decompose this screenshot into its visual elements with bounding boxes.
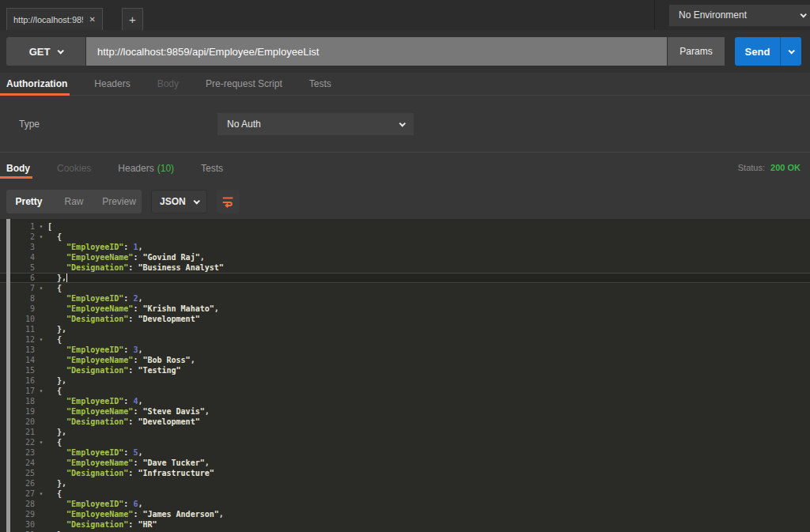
code-line: 15 "Designation": "Testing" xyxy=(0,365,810,375)
auth-type-value: No Auth xyxy=(227,119,261,130)
response-tab-headers-label: Headers xyxy=(118,163,153,174)
response-tab-headers[interactable]: Headers (10) xyxy=(104,153,187,183)
code-text: "EmployeeID": 4, xyxy=(47,396,810,406)
request-tab[interactable]: http://localhost:9859/ ✕ xyxy=(6,8,103,30)
fold-toggle-icon[interactable]: ▾ xyxy=(35,334,47,345)
code-line: 21 }, xyxy=(0,427,810,437)
response-tab-tests[interactable]: Tests xyxy=(187,153,237,183)
environment-select[interactable]: No Environment xyxy=(669,5,810,26)
code-text: "Designation": "Development" xyxy=(47,314,810,324)
editor-scrollbar[interactable] xyxy=(6,219,10,532)
fold-toggle-icon[interactable]: ▾ xyxy=(35,489,47,499)
line-number: 7 xyxy=(0,283,35,293)
line-number: 14 xyxy=(0,355,35,365)
line-number: 25 xyxy=(0,468,35,478)
response-status: Status: 200 OK xyxy=(738,163,801,172)
fold-spacer xyxy=(35,355,47,365)
code-text: "EmployeeID": 5, xyxy=(47,447,810,458)
code-line: 17▾ { xyxy=(0,386,810,396)
language-select[interactable]: JSON xyxy=(151,190,207,213)
fold-spacer xyxy=(35,468,47,478)
code-text: "EmployeeName": "Dave Tucker", xyxy=(47,458,810,468)
code-line: 1▾[ xyxy=(0,221,810,232)
fold-spacer xyxy=(35,242,47,252)
line-number: 30 xyxy=(0,519,35,530)
code-text: "EmployeeName": "Govind Raj", xyxy=(47,252,810,262)
code-line: 5 "Designation": "Business Analyst" xyxy=(0,262,810,273)
view-mode-switch: Pretty Raw Preview xyxy=(6,190,142,213)
fold-spacer xyxy=(35,417,47,427)
auth-type-select[interactable]: No Auth xyxy=(218,113,414,135)
response-tab-body[interactable]: Body xyxy=(0,153,44,183)
fold-spacer xyxy=(35,314,47,324)
code-text: "Designation": "Business Analyst" xyxy=(47,262,810,273)
close-tab-icon[interactable]: ✕ xyxy=(89,15,96,24)
code-line: 26 }, xyxy=(0,478,810,489)
environment-value: No Environment xyxy=(679,9,747,21)
fold-toggle-icon[interactable]: ▾ xyxy=(35,437,47,447)
fold-toggle-icon[interactable]: ▾ xyxy=(35,232,47,242)
code-text: "Designation": "HR" xyxy=(47,519,810,530)
language-value: JSON xyxy=(160,196,186,207)
chevron-down-icon xyxy=(399,120,405,126)
line-number: 27 xyxy=(0,489,35,499)
fold-spacer xyxy=(35,262,47,273)
code-text: "EmployeeName": "Bob Ross", xyxy=(47,355,810,365)
send-button[interactable]: Send xyxy=(735,37,780,66)
send-options-button[interactable] xyxy=(780,37,801,66)
code-text: "Designation": "Development" xyxy=(47,417,810,427)
code-text: "Designation": "Testing" xyxy=(47,365,810,375)
line-number: 29 xyxy=(0,509,35,519)
fold-spacer xyxy=(35,375,47,386)
code-text: "EmployeeName": "Krishn Mahato", xyxy=(47,304,810,314)
url-input[interactable]: http://localhost:9859/api/Employee/Emplo… xyxy=(86,37,667,66)
response-tabs: Body Cookies Headers (10) Tests Status: … xyxy=(0,153,810,183)
line-number: 10 xyxy=(0,314,35,324)
code-text: { xyxy=(47,232,810,242)
view-mode-preview[interactable]: Preview xyxy=(97,190,142,213)
code-text: }, xyxy=(47,427,810,437)
code-text: }, xyxy=(47,478,810,489)
response-tab-cookies[interactable]: Cookies xyxy=(44,153,104,183)
fold-spacer xyxy=(35,509,47,519)
text-cursor xyxy=(66,274,67,282)
line-number: 16 xyxy=(0,375,35,386)
line-number: 15 xyxy=(0,365,35,375)
new-tab-button[interactable]: + xyxy=(122,8,143,30)
word-wrap-icon xyxy=(221,194,235,209)
http-method-select[interactable]: GET xyxy=(6,37,85,66)
fold-toggle-icon[interactable]: ▾ xyxy=(35,386,47,396)
code-text: "EmployeeID": 6, xyxy=(47,499,810,509)
tab-body[interactable]: Body xyxy=(144,73,192,95)
view-mode-pretty[interactable]: Pretty xyxy=(6,190,51,213)
chevron-down-icon xyxy=(800,11,806,17)
view-mode-raw[interactable]: Raw xyxy=(51,190,97,213)
code-line: 23 "EmployeeID": 5, xyxy=(0,447,810,458)
tab-tests[interactable]: Tests xyxy=(296,73,345,95)
tab-authorization[interactable]: Authorization xyxy=(0,73,81,95)
line-number: 24 xyxy=(0,458,35,468)
line-number: 20 xyxy=(0,417,35,427)
code-line: 19 "EmployeeName": "Steve Davis", xyxy=(0,406,810,417)
fold-spacer xyxy=(35,273,47,283)
code-text: "Designation": "Infrastructure" xyxy=(47,468,810,478)
tab-pre-request-script[interactable]: Pre-request Script xyxy=(192,73,296,95)
line-number: 26 xyxy=(0,478,35,489)
code-line: 4 "EmployeeName": "Govind Raj", xyxy=(0,252,810,262)
line-number: 28 xyxy=(0,499,35,509)
code-line: 29 "EmployeeName": "James Anderson", xyxy=(0,509,810,519)
code-text: [ xyxy=(47,221,810,232)
tab-headers[interactable]: Headers xyxy=(81,73,143,95)
fold-spacer xyxy=(35,499,47,509)
code-line: 30 "Designation": "HR" xyxy=(0,519,810,530)
fold-spacer xyxy=(35,324,47,334)
params-button[interactable]: Params xyxy=(668,37,725,66)
top-tab-bar: http://localhost:9859/ ✕ + No Environmen… xyxy=(0,0,810,30)
code-editor[interactable]: 1▾[2▾ {3 "EmployeeID": 1,4 "EmployeeName… xyxy=(0,219,810,532)
word-wrap-button[interactable] xyxy=(217,190,240,213)
code-line: 16 }, xyxy=(0,375,810,386)
fold-spacer xyxy=(35,447,47,458)
fold-toggle-icon[interactable]: ▾ xyxy=(35,221,47,232)
fold-toggle-icon[interactable]: ▾ xyxy=(35,283,47,293)
code-text: "EmployeeName": "Steve Davis", xyxy=(47,406,810,417)
